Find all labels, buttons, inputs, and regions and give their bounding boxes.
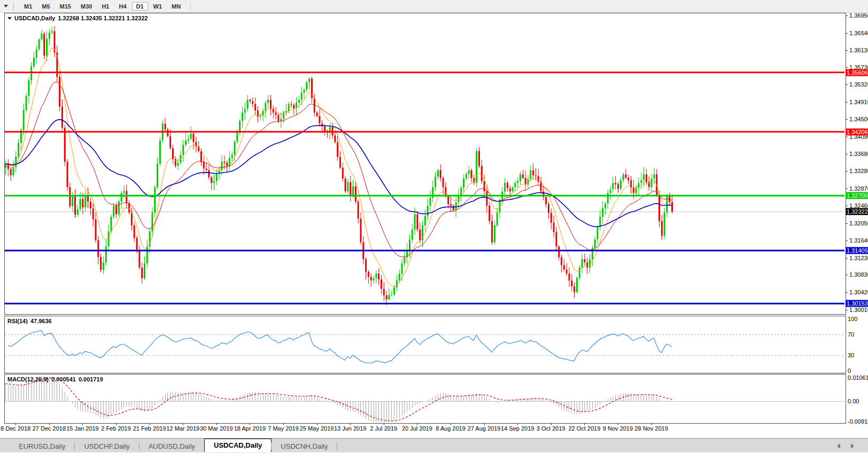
rsi-axis-tick: 100 <box>848 316 857 322</box>
macd-label: MACD(12,26,9) 0.000541 0.001719 <box>7 376 103 382</box>
chart-title-ohlc: 1.32268 1.32435 1.32221 1.32322 <box>58 15 148 21</box>
price-level-label-1.31405: 1.31405 <box>846 247 868 254</box>
date-axis-label: 22 Oct 2019 <box>568 425 600 432</box>
price-axis-tick: 1.34910 <box>849 99 868 105</box>
price-level-label-1.30153: 1.30153 <box>846 300 868 307</box>
date-axis-label: 25 May 2019 <box>300 425 334 432</box>
price-axis-tick: 1.32870 <box>849 185 868 192</box>
toolbar-grip[interactable] <box>13 2 15 10</box>
date-axis-label: 27 Dec 2018 <box>33 425 66 432</box>
price-level-label-1.34206: 1.34206 <box>846 128 868 135</box>
price-axis-tick: 1.30420 <box>849 289 868 295</box>
price-chart-canvas[interactable] <box>5 13 844 313</box>
symbol-tabbar: EURUSD,DailyUSDCHF,DailyAUDUSD,DailyUSDC… <box>0 438 868 452</box>
tab-separator <box>337 442 337 450</box>
price-axis-tick: 1.33680 <box>849 151 868 157</box>
tabs-scroll-right-icon[interactable] <box>851 443 854 449</box>
price-axis-tick: 1.30010 <box>849 307 868 313</box>
mt4-window: M1M5M15M30H1H4D1W1MN USDCAD,Daily 1.3226… <box>0 0 868 453</box>
price-axis-tick: 1.35320 <box>849 81 868 88</box>
chevron-down-icon <box>4 5 8 7</box>
toolbar-separator <box>190 2 191 11</box>
price-axis-tick-mark <box>846 84 848 85</box>
date-axis-label: 2 Feb 2019 <box>101 425 131 432</box>
charts-dropdown-button[interactable] <box>0 1 12 11</box>
date-axis-label: 28 Nov 2019 <box>634 425 668 432</box>
collapse-icon[interactable] <box>7 17 12 20</box>
price-axis-tick-mark <box>846 292 848 293</box>
chart-title-symbol: USDCAD,Daily <box>14 15 55 21</box>
date-axis-label: 15 Jan 2019 <box>66 425 99 432</box>
tab-scroll-arrows <box>837 443 854 449</box>
price-axis-tick-mark <box>846 310 848 310</box>
price-axis-tick-mark <box>846 154 848 154</box>
date-axis-label: 7 May 2019 <box>268 425 298 432</box>
price-axis-tick-mark <box>846 258 848 259</box>
date-axis-label: 8 Aug 2019 <box>436 425 466 432</box>
timeframe-button-w1[interactable]: W1 <box>149 2 167 11</box>
tab-audusd[interactable]: AUDUSD,Daily <box>140 441 204 452</box>
timeframe-button-m15[interactable]: M15 <box>56 2 75 11</box>
price-axis-tick: 1.31230 <box>849 255 868 261</box>
tab-usdcnh[interactable]: USDCNH,Daily <box>272 441 337 452</box>
rsi-axis-tick: 30 <box>848 352 854 358</box>
price-axis-tick-mark <box>846 223 848 224</box>
date-axis-label: 20 Jul 2019 <box>402 425 432 432</box>
tab-usdchf[interactable]: USDCHF,Daily <box>75 441 138 452</box>
date-axis-label: 21 Feb 2019 <box>133 425 166 432</box>
macd-indicator-value-signal: 0.001719 <box>79 376 103 382</box>
price-axis-tick-mark <box>846 137 848 137</box>
current-price-label: 1.32322 <box>846 208 868 215</box>
rsi-label: RSI(14) 47.9636 <box>7 318 52 324</box>
timeframe-button-d1[interactable]: D1 <box>132 2 148 11</box>
date-axis-label: 2 Jul 2019 <box>370 425 397 432</box>
timeframe-button-m1[interactable]: M1 <box>20 2 36 11</box>
date-axis-label: 13 Jun 2019 <box>334 425 367 432</box>
price-axis-tick-mark <box>846 67 848 68</box>
macd-indicator-name: MACD(12,26,9) <box>7 376 49 382</box>
price-axis-tick-mark <box>846 171 848 171</box>
price-axis-tick-mark <box>846 206 848 206</box>
price-axis-tick: 1.36130 <box>849 47 868 53</box>
date-axis-label: 18 Apr 2019 <box>234 425 266 432</box>
price-axis-tick: 1.30830 <box>849 271 868 278</box>
price-axis[interactable]: 1.369501.365401.361301.357301.353201.349… <box>846 0 868 433</box>
date-axis-label: 30 Mar 2019 <box>200 425 233 432</box>
tab-usdcad[interactable]: USDCAD,Daily <box>204 439 272 452</box>
macd-pane[interactable]: MACD(12,26,9) 0.000541 0.001719 <box>4 374 846 424</box>
price-axis-tick-mark <box>846 119 848 120</box>
timeframe-button-m30[interactable]: M30 <box>76 2 96 11</box>
macd-indicator-value-main: 0.000541 <box>51 376 76 382</box>
date-axis-label: 27 Aug 2019 <box>468 425 501 432</box>
macd-canvas[interactable] <box>5 374 844 422</box>
rsi-indicator-value: 47.9636 <box>30 318 52 324</box>
date-axis-label: 14 Sep 2019 <box>501 425 534 432</box>
date-axis-label: 9 Nov 2019 <box>603 425 633 432</box>
price-axis-tick-mark <box>846 240 848 241</box>
timeframe-button-mn[interactable]: MN <box>167 2 185 11</box>
tab-eurusd[interactable]: EURUSD,Daily <box>10 441 74 452</box>
price-axis-tick: 1.31640 <box>849 237 868 244</box>
date-axis-label: 8 Dec 2018 <box>1 425 30 432</box>
price-axis-tick: 1.36950 <box>849 12 868 19</box>
timeframe-button-h1[interactable]: H1 <box>97 2 113 11</box>
rsi-canvas[interactable] <box>5 316 844 372</box>
rsi-axis-tick: 0 <box>848 368 851 374</box>
timeframe-button-m5[interactable]: M5 <box>37 2 54 11</box>
rsi-pane[interactable]: RSI(14) 47.9636 <box>4 316 846 373</box>
price-axis-tick-mark <box>846 102 848 103</box>
tabs-scroll-left-icon[interactable] <box>837 443 840 449</box>
timeframe-button-h4[interactable]: H4 <box>114 2 130 11</box>
timeframe-toolbar: M1M5M15M30H1H4D1W1MN <box>0 0 868 13</box>
price-chart-pane[interactable]: USDCAD,Daily 1.32268 1.32435 1.32221 1.3… <box>4 13 846 315</box>
price-axis-tick-mark <box>846 15 848 16</box>
price-axis-tick: 1.32050 <box>849 220 868 226</box>
price-axis-tick: 1.34500 <box>849 116 868 122</box>
price-level-label-1.32700: 1.32700 <box>846 192 868 199</box>
price-level-label-1.35606: 1.35606 <box>846 69 868 76</box>
chart-title: USDCAD,Daily 1.32268 1.32435 1.32221 1.3… <box>7 15 148 21</box>
price-axis-tick-mark <box>846 189 848 189</box>
rsi-axis-tick: 70 <box>848 331 854 338</box>
macd-axis-tick: -0.009181 <box>848 418 868 425</box>
date-axis-label: 12 Mar 2019 <box>166 425 199 432</box>
